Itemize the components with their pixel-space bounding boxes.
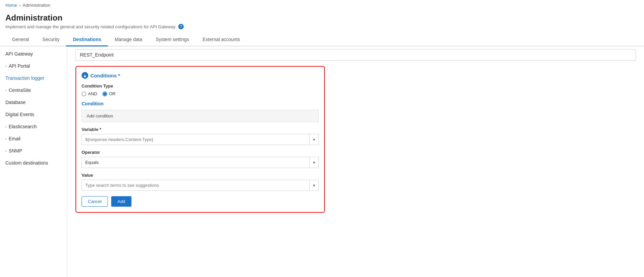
value-dropdown-btn[interactable]: ▾ — [309, 180, 318, 191]
variable-input-wrapper: ▾ — [82, 134, 319, 145]
conditions-box: ▲ Conditions * Condition Type AND OR Con… — [75, 66, 325, 213]
conditions-title: ▲ Conditions * — [82, 72, 319, 79]
up-arrow-icon: ▲ — [82, 72, 88, 79]
tab-security[interactable]: Security — [36, 33, 66, 46]
conditions-title-text: Conditions * — [90, 73, 120, 78]
sidebar-item-label: Database — [5, 100, 26, 105]
radio-circle-and — [82, 92, 86, 96]
tab-general[interactable]: General — [5, 33, 36, 46]
sidebar-item-api-portal[interactable]: › API Portal — [0, 60, 67, 72]
layout: API Gateway › API Portal Transaction log… — [0, 46, 644, 277]
rest-endpoint-input[interactable] — [75, 49, 636, 61]
value-field-row: Value ▾ — [82, 173, 319, 191]
condition-section-title: Condition — [82, 101, 319, 106]
sidebar-item-api-gateway[interactable]: API Gateway — [0, 48, 67, 60]
cancel-button[interactable]: Cancel — [82, 196, 108, 207]
variable-field-row: Variable * ▾ — [82, 127, 319, 145]
breadcrumb-separator: › — [19, 3, 21, 8]
operator-field-row: Operator Equals ▾ — [82, 150, 319, 168]
operator-dropdown-arrow: ▾ — [309, 157, 318, 168]
sidebar-item-email[interactable]: › Email — [0, 133, 67, 145]
add-button[interactable]: Add — [111, 196, 131, 207]
sidebar-item-label: Digital Events — [5, 112, 34, 117]
tab-manage-data[interactable]: Manage data — [108, 33, 149, 46]
page-title: Administration — [5, 13, 639, 23]
sidebar-item-label: Custom destinations — [5, 160, 48, 166]
breadcrumb-current: Administration — [23, 3, 50, 8]
sidebar-item-label: API Portal — [9, 63, 30, 69]
variable-dropdown-btn[interactable]: ▾ — [309, 134, 318, 145]
sidebar-item-label: SNMP — [9, 148, 22, 153]
chevron-right-icon: › — [5, 137, 7, 141]
tab-external-accounts[interactable]: External accounts — [196, 33, 247, 46]
sidebar-item-transaction-logger[interactable]: Transaction logger — [0, 72, 67, 84]
operator-label: Operator — [82, 150, 319, 155]
page-header: Administration Implement and manage the … — [0, 10, 644, 29]
page-subtitle: Implement and manage the general and sec… — [5, 24, 639, 29]
sidebar-item-label: CentraSite — [9, 88, 31, 93]
sidebar-item-label: Elasticsearch — [9, 124, 37, 129]
sidebar-item-label: Email — [9, 136, 21, 141]
sidebar-item-digital-events[interactable]: Digital Events — [0, 108, 67, 120]
radio-circle-or — [102, 92, 107, 96]
sidebar: API Gateway › API Portal Transaction log… — [0, 46, 67, 277]
breadcrumb: Home › Administration — [0, 0, 644, 10]
radio-and[interactable]: AND — [82, 91, 97, 96]
radio-or[interactable]: OR — [102, 91, 116, 96]
value-input[interactable] — [82, 180, 309, 191]
sidebar-item-label: Transaction logger — [5, 75, 44, 81]
value-input-wrapper: ▾ — [82, 180, 319, 191]
chevron-right-icon: › — [5, 88, 7, 92]
radio-and-label: AND — [88, 91, 97, 96]
tab-system-settings[interactable]: System settings — [149, 33, 196, 46]
sidebar-item-centrasite[interactable]: › CentraSite — [0, 84, 67, 96]
add-condition-label: Add condition — [87, 113, 113, 118]
nav-tabs: General Security Destinations Manage dat… — [0, 33, 644, 46]
sidebar-item-database[interactable]: Database — [0, 96, 67, 108]
value-label: Value — [82, 173, 319, 178]
subtitle-text: Implement and manage the general and sec… — [5, 24, 176, 29]
variable-input[interactable] — [82, 134, 309, 145]
sidebar-item-elasticsearch[interactable]: › Elasticsearch — [0, 120, 67, 133]
sidebar-item-label: API Gateway — [5, 51, 33, 57]
operator-select-wrapper: Equals ▾ — [82, 157, 319, 168]
tab-destinations[interactable]: Destinations — [66, 33, 108, 46]
sidebar-item-snmp[interactable]: › SNMP — [0, 145, 67, 157]
chevron-right-icon: › — [5, 64, 7, 68]
action-buttons: Cancel Add — [82, 196, 319, 207]
variable-label: Variable * — [82, 127, 319, 132]
breadcrumb-home[interactable]: Home — [5, 3, 17, 8]
operator-select[interactable]: Equals — [82, 157, 309, 168]
radio-group-condition-type: AND OR — [82, 91, 319, 96]
chevron-right-icon: › — [5, 125, 7, 129]
condition-type-label: Condition Type — [82, 83, 319, 89]
radio-or-label: OR — [109, 91, 116, 96]
add-condition-bar: Add condition — [82, 110, 319, 122]
chevron-right-icon: › — [5, 149, 7, 153]
help-icon[interactable]: ? — [178, 24, 184, 29]
main-content: ▲ Conditions * Condition Type AND OR Con… — [67, 46, 644, 277]
sidebar-item-custom-destinations[interactable]: Custom destinations — [0, 157, 67, 169]
